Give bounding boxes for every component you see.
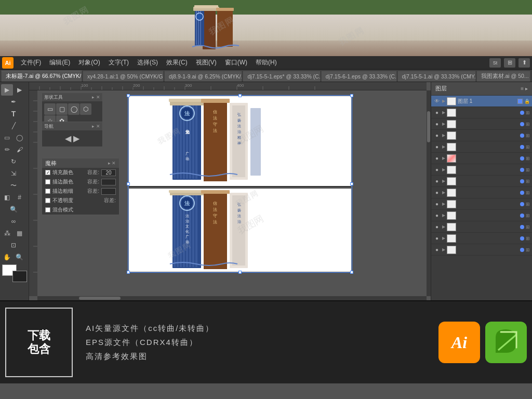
layers-menu-icon[interactable]: ≡: [521, 86, 524, 91]
layer-lock-9[interactable]: ⊞: [526, 202, 530, 207]
layer-eye-0[interactable]: 👁: [433, 98, 441, 105]
tab-2[interactable]: dj8.9-1-9.ai @ 6.25% (CMYK/... ✕: [164, 71, 242, 82]
layer-lock-7[interactable]: ⊞: [526, 179, 530, 184]
scrollbar-vertical[interactable]: [427, 90, 431, 296]
direct-select-tool[interactable]: ▶: [14, 84, 25, 96]
layer-eye-5[interactable]: ●: [433, 155, 441, 162]
layer-row-2[interactable]: ● ▶ ⊞: [431, 118, 532, 130]
gradient-tool[interactable]: ◧: [1, 192, 13, 203]
magic-stroke-tolerance[interactable]: [101, 179, 116, 185]
warp-tool[interactable]: 〜: [1, 180, 26, 191]
layer-row-4[interactable]: ● ▶ ⊞: [431, 141, 532, 153]
tab-5[interactable]: dj7.15-5-1.ai @ 33.33% (CMY... ✕: [397, 71, 476, 82]
scrollbar-horizontal[interactable]: [37, 296, 427, 300]
layer-lock-4[interactable]: ⊞: [526, 144, 530, 150]
layer-lock-11[interactable]: ⊞: [526, 224, 530, 230]
rounded-rect-btn[interactable]: ▢: [56, 103, 68, 115]
background-color[interactable]: [12, 271, 27, 282]
layer-eye-3[interactable]: ●: [433, 132, 441, 139]
color-selector[interactable]: [2, 264, 27, 282]
layer-lock-13[interactable]: ⊞: [526, 247, 530, 252]
layers-collapse-icon[interactable]: ▸: [525, 86, 528, 91]
magic-blend-checkbox[interactable]: [45, 207, 50, 212]
menu-file[interactable]: 文件(F): [17, 57, 45, 68]
layer-eye-8[interactable]: ●: [433, 189, 441, 196]
layer-row-9[interactable]: ● ▶ ⊞: [431, 198, 532, 210]
menu-edit[interactable]: 编辑(E): [45, 57, 74, 68]
magic-fill-tolerance[interactable]: [101, 169, 116, 176]
layer-lock-3[interactable]: ⊞: [526, 133, 530, 138]
menu-icon-btn-3[interactable]: ⬆: [518, 58, 530, 68]
layer-row-6[interactable]: ● ▶ ⊞: [431, 164, 532, 176]
blend-tool[interactable]: ∞: [1, 216, 26, 227]
rect-tool[interactable]: ▭: [1, 132, 13, 143]
brush-tool[interactable]: 🖌: [14, 144, 25, 155]
artboard-tool[interactable]: ⊡: [1, 240, 26, 251]
layer-row-5[interactable]: ● ▶ ⊞: [431, 153, 532, 164]
layer-eye-13[interactable]: ●: [433, 246, 441, 254]
layer-lock-12[interactable]: ⊞: [526, 236, 530, 241]
menu-type[interactable]: 文字(T): [104, 57, 133, 68]
layer-row-7[interactable]: ● ▶ ⊞: [431, 176, 532, 187]
layer-lock-2[interactable]: ⊞: [526, 122, 530, 127]
layer-eye-10[interactable]: ●: [433, 212, 441, 219]
panel-collapse-icon[interactable]: ▸: [92, 95, 95, 100]
layer-lock-1[interactable]: ⊞: [526, 110, 530, 115]
menu-icon-btn-2[interactable]: ⊞: [504, 58, 515, 68]
layer-row-0[interactable]: 👁 ▶ 图层 1 🔒: [431, 96, 532, 107]
ellipse-tool[interactable]: ◯: [14, 132, 25, 143]
tab-4[interactable]: dj7.15-6-1.eps @ 33.33% (C... ✕: [321, 71, 397, 82]
magic-stroke-checkbox[interactable]: [45, 179, 50, 184]
rect-shape-btn[interactable]: ▭: [44, 103, 56, 115]
menu-window[interactable]: 窗口(W): [221, 57, 251, 68]
layer-eye-7[interactable]: ●: [433, 178, 441, 185]
zoom-tool[interactable]: 🔍: [14, 251, 25, 263]
layer-lock-5[interactable]: ⊞: [526, 156, 530, 161]
layer-eye-9[interactable]: ●: [433, 201, 441, 208]
panel-nav-header[interactable]: 导航 ▸ ✕: [42, 122, 102, 130]
layer-row-11[interactable]: ● ▶ ⊞: [431, 221, 532, 233]
menu-effect[interactable]: 效果(C): [162, 57, 192, 68]
magic-close-icon[interactable]: ✕: [112, 161, 116, 166]
layer-row-3[interactable]: ● ▶ ⊞: [431, 130, 532, 141]
ellipse-btn[interactable]: ◯: [68, 103, 79, 115]
magic-collapse-icon[interactable]: ▸: [108, 161, 111, 166]
nav-left-arrow[interactable]: ◀: [65, 134, 71, 143]
graph-tool[interactable]: ▦: [14, 228, 25, 239]
scale-tool[interactable]: ⇲: [1, 168, 26, 179]
eyedropper-tool[interactable]: 🔍: [1, 204, 26, 215]
panel-nav-close[interactable]: ✕: [96, 124, 100, 129]
nav-right-arrow[interactable]: ▶: [73, 134, 79, 143]
scrollbar-thumb-h[interactable]: [79, 297, 121, 300]
magic-strokew-checkbox[interactable]: [45, 189, 50, 194]
layer-eye-4[interactable]: ●: [433, 143, 441, 151]
tab-0[interactable]: 未标题-7.ai @ 66.67% (CMYK/... ✕: [1, 71, 82, 82]
tab-6[interactable]: 我图素材.ai @ 50... ✕: [476, 71, 530, 82]
layer-row-8[interactable]: ● ▶ ⊞: [431, 187, 532, 198]
layer-eye-6[interactable]: ●: [433, 166, 441, 174]
scrollbar-thumb-v[interactable]: [427, 111, 430, 142]
menu-select[interactable]: 选择(S): [133, 57, 162, 68]
line-tool[interactable]: ╱: [1, 120, 26, 131]
panel-close-icon[interactable]: ✕: [96, 95, 100, 100]
layer-row-1[interactable]: ● ▶ ⊞: [431, 107, 532, 118]
layer-lock-0[interactable]: 🔒: [524, 99, 530, 104]
canvas-inner[interactable]: 形状工具 ▸ ✕ ▭ ▢ ◯ ⬡ ☆ ✿: [37, 90, 427, 296]
magic-wand-title[interactable]: 魔棒 ▸ ✕: [42, 158, 119, 168]
document-canvas[interactable]: 法 法治文化 广 场: [128, 96, 352, 272]
pen-tool[interactable]: ✒: [1, 96, 26, 108]
layer-row-10[interactable]: ● ▶ ⊞: [431, 210, 532, 221]
magic-opacity-checkbox[interactable]: [45, 198, 50, 203]
rotate-tool[interactable]: ↻: [1, 156, 26, 167]
mesh-tool[interactable]: #: [14, 192, 25, 203]
menu-help[interactable]: 帮助(H): [251, 57, 281, 68]
layer-eye-11[interactable]: ●: [433, 223, 441, 231]
pencil-tool[interactable]: ✏: [1, 144, 13, 155]
layer-row-13[interactable]: ● ▶ ⊞: [431, 244, 532, 256]
panel-nav-collapse[interactable]: ▸: [92, 124, 95, 129]
layer-eye-1[interactable]: ●: [433, 109, 441, 116]
symbol-tool[interactable]: ⁂: [1, 228, 13, 239]
type-tool[interactable]: T: [1, 108, 26, 119]
menu-view[interactable]: 视图(V): [192, 57, 221, 68]
layer-lock-10[interactable]: ⊞: [526, 213, 530, 218]
